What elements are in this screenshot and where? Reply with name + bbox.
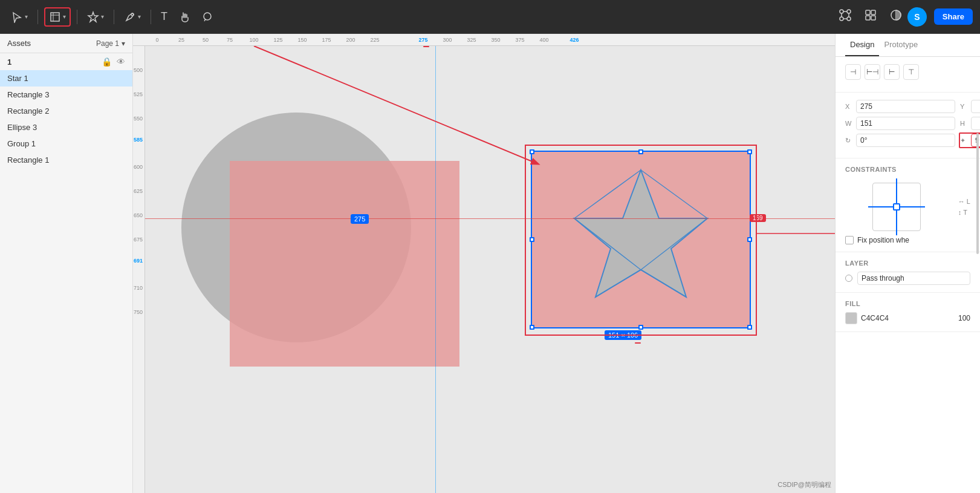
separator-4 [151,10,151,24]
scrollbar-thumb[interactable] [976,133,979,254]
x-input[interactable] [856,100,955,113]
frame-tool-button[interactable]: ▾ [44,7,71,27]
layer-mode-select[interactable]: Pass through Normal Multiply [857,272,970,285]
assets-tab[interactable]: Assets [7,39,31,48]
sel-handle-tl[interactable] [530,149,534,154]
dim-label-top [423,46,429,47]
ruler-mark-v-650: 650 [134,212,143,218]
field-row-rot-corners: ↻ ✦ [845,134,970,147]
fill-title: Fill [845,300,970,307]
ruler-mark-100: 100 [249,37,258,43]
toolbar: ▾ ▾ ▾ ▾ T [0,0,980,34]
sel-handle-mr[interactable] [747,237,752,242]
layer-item-ellipse3[interactable]: Ellipse 3 [0,119,132,135]
pen-icon [124,11,136,23]
rotation-input[interactable] [856,134,955,147]
page-selector[interactable]: Page 1 ▾ [96,39,125,48]
ruler-horizontal: 0 25 50 75 100 125 150 175 200 225 275 3… [133,34,835,46]
components-icon[interactable] [864,8,877,25]
toolbar-right: S Share [907,7,973,27]
shape-tool-dropdown: ▾ [101,13,104,20]
pen-tool-button[interactable]: ▾ [120,8,144,25]
svg-point-4 [131,13,134,16]
sel-handle-ml[interactable] [530,237,534,242]
constraints-box [872,183,921,231]
fix-position-row: Fix position whe [845,236,970,244]
layer-list: Star 1 Rectangle 3 Rectangle 2 Ellipse 3… [0,70,132,493]
ruler-vertical: 500 525 550 585 600 625 650 675 691 710 … [133,46,145,493]
share-button[interactable]: Share [934,8,973,25]
ruler-mark-426: 426 [570,37,579,43]
lock-icon[interactable]: 🔒 [102,57,112,67]
ruler-mark-v-550: 550 [134,116,143,122]
sel-handle-bl[interactable] [530,325,534,330]
constraints-labels: ↔ L ↕ T [958,198,970,216]
fill-color-swatch[interactable] [845,312,857,324]
align-top-button[interactable]: ⊤ [903,64,919,80]
ruler-mark-v-710: 710 [134,285,143,291]
separator-1 [37,10,38,24]
ruler-mark-325: 325 [467,37,476,43]
tab-prototype[interactable]: Prototype [879,34,923,56]
canvas-area[interactable]: 0 25 50 75 100 125 150 175 200 225 275 3… [133,34,835,493]
layer-item-label: Rectangle 1 [7,155,49,165]
sel-handle-br[interactable] [747,325,752,330]
rotation-label: ↻ [845,137,854,145]
layer-section: Layer Pass through Normal Multiply [836,252,980,293]
hand-tool-button[interactable] [175,8,194,25]
separator-2 [77,10,77,24]
svg-point-8 [840,17,843,21]
shape-tool-button[interactable]: ▾ [83,8,108,25]
constraints-content: ↔ L ↕ T [845,178,970,236]
field-row-xy: X Y [845,100,970,113]
rect-bg-large[interactable] [230,161,459,367]
align-center-h-button[interactable]: ⊢⊣ [865,64,880,80]
visibility-icon[interactable]: 👁 [117,57,125,67]
ruler-mark-50: 50 [203,37,209,43]
layer-item-group1[interactable]: Group 1 [0,135,132,152]
contrast-icon[interactable] [889,8,903,25]
svg-point-9 [847,17,851,21]
svg-rect-15 [871,10,875,15]
rotation-field-group: ↻ [845,134,955,147]
ruler-mark-400: 400 [539,37,548,43]
sel-handle-bm[interactable] [638,325,643,330]
ruler-mark-v-675: 675 [134,237,143,243]
align-left-button[interactable]: ⊣ [845,64,861,80]
layer-item-rect1[interactable]: Rectangle 1 [0,152,132,168]
y-input[interactable] [971,100,980,113]
fill-section: Fill C4C4C4 100 [836,293,980,332]
align-right-button[interactable]: ⊢ [884,64,900,80]
align-row-1: ⊣ ⊢⊣ ⊢ ⊤ [845,64,970,80]
svg-point-5 [204,13,211,20]
comment-icon [201,11,213,23]
w-input[interactable] [856,117,955,130]
frame-icon [49,11,61,23]
layer-section-title: Layer [845,260,970,267]
text-tool-button[interactable]: T [157,8,171,25]
fix-position-checkbox[interactable] [845,236,854,244]
ruler-mark-225: 225 [370,37,379,43]
fix-position-label: Fix position whe [857,236,909,244]
layer-item-star1[interactable]: Star 1 [0,70,132,87]
comment-tool-button[interactable] [198,8,217,25]
toolbar-left: ▾ ▾ ▾ ▾ T [7,7,834,27]
transform-icon[interactable] [839,8,852,25]
svg-marker-3 [88,12,98,22]
watermark: CSDIP@简明编程 [777,480,831,489]
layer-item-label: Star 1 [7,74,28,83]
cursor-icon [11,11,23,23]
star-svg [544,164,738,315]
move-tool-button[interactable]: ▾ [7,8,31,25]
scrollbar-track [976,121,979,493]
sel-handle-tm[interactable] [638,149,643,154]
user-avatar[interactable]: S [907,7,927,27]
ruler-mark-300: 300 [443,37,452,43]
sel-handle-tr[interactable] [747,149,752,154]
layer-item-rect3[interactable]: Rectangle 3 [0,87,132,103]
rect-star-selected[interactable] [532,152,750,327]
tab-design[interactable]: Design [845,34,879,56]
svg-rect-14 [866,10,870,15]
layer-item-rect2[interactable]: Rectangle 2 [0,103,132,119]
star-shape-container[interactable] [544,164,738,315]
